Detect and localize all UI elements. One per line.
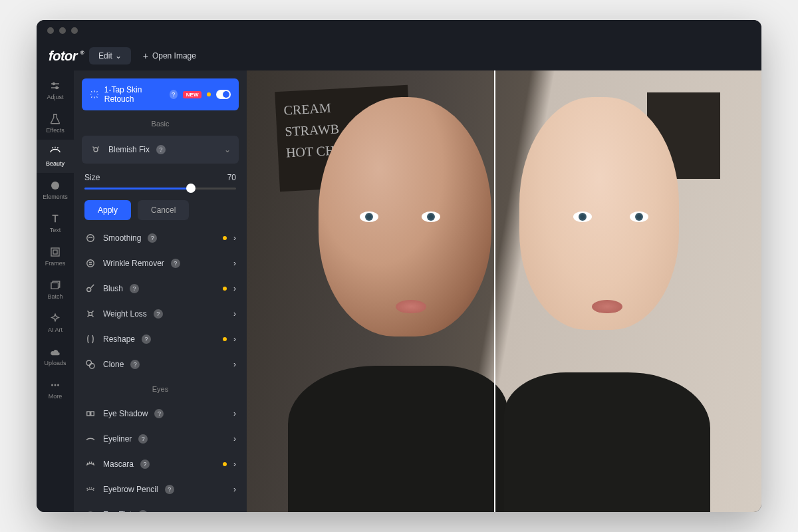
tool-clone[interactable]: Clone ? ›	[82, 352, 239, 377]
rail-adjust[interactable]: Adjust	[37, 73, 74, 106]
rail-uploads[interactable]: Uploads	[37, 339, 74, 372]
rail-effects[interactable]: Effects	[37, 106, 74, 140]
tool-label: Clone	[103, 360, 124, 369]
svg-point-22	[86, 360, 92, 366]
eye-tint-icon	[84, 509, 96, 512]
cancel-button[interactable]: Cancel	[138, 200, 189, 220]
help-icon[interactable]: ?	[130, 360, 140, 369]
rail-label: Text	[50, 227, 61, 233]
images-icon	[49, 279, 61, 291]
help-icon[interactable]: ?	[138, 434, 148, 444]
tool-label: Blush	[103, 284, 123, 293]
action-buttons: Apply Cancel	[82, 200, 239, 225]
beauty-panel: 1-Tap Skin Retouch ? NEW Basic Blemish F…	[74, 70, 247, 512]
rail-elements[interactable]: Elements	[37, 173, 74, 206]
tool-wrinkle-remover[interactable]: Wrinkle Remover ? ›	[82, 251, 239, 276]
rail-batch[interactable]: Batch	[37, 273, 74, 306]
help-icon[interactable]: ?	[154, 309, 163, 319]
canvas[interactable]: CREAM STRAWB HOT CH	[247, 70, 761, 512]
rail-aiart[interactable]: AI Art	[37, 306, 74, 339]
chevron-right-icon: ›	[233, 309, 236, 319]
help-icon[interactable]: ?	[148, 233, 157, 243]
app-window: fotor Edit ⌄ + Open Image Adjust Effects…	[37, 20, 761, 512]
chevron-right-icon: ›	[233, 485, 236, 494]
chevron-right-icon: ›	[233, 284, 236, 293]
open-image-button[interactable]: + Open Image	[143, 51, 196, 61]
banner-label: 1-Tap Skin Retouch	[104, 85, 164, 104]
section-eyes-header: Eyes	[82, 385, 239, 393]
help-icon[interactable]: ?	[138, 510, 148, 512]
help-icon[interactable]: ?	[165, 485, 174, 494]
blush-icon	[84, 283, 96, 295]
rail-frames[interactable]: Frames	[37, 239, 74, 273]
rail-label: Elements	[43, 194, 68, 200]
tool-blush[interactable]: Blush ? ›	[82, 276, 239, 301]
premium-dot-icon	[223, 287, 227, 291]
size-slider[interactable]	[84, 188, 236, 190]
premium-dot-icon	[207, 92, 210, 96]
rail-label: Frames	[45, 260, 66, 267]
edit-menu-button[interactable]: Edit ⌄	[89, 47, 131, 65]
shirt-prop	[288, 366, 507, 512]
svg-point-8	[51, 182, 59, 190]
chevron-right-icon: ›	[233, 259, 236, 268]
chevron-right-icon: ›	[233, 409, 236, 418]
rail-more[interactable]: More	[37, 372, 74, 406]
tool-eyebrow-pencil[interactable]: Eyebrow Pencil ? ›	[82, 477, 239, 502]
rail-text[interactable]: Text	[37, 206, 74, 239]
svg-line-5	[53, 147, 54, 148]
clone-icon	[84, 358, 96, 370]
tool-label: Mascara	[103, 460, 134, 469]
tool-label: Wrinkle Remover	[103, 259, 164, 268]
tool-label: Blemish Fix	[108, 145, 150, 154]
tool-eye-tint[interactable]: Eye Tint ? ›	[82, 502, 239, 512]
eye-shadow-icon	[84, 408, 96, 420]
compare-separator[interactable]	[494, 70, 495, 512]
retouch-toggle[interactable]	[216, 90, 231, 99]
help-icon[interactable]: ?	[156, 145, 166, 154]
tool-weight-loss[interactable]: Weight Loss ? ›	[82, 301, 239, 327]
rail-beauty[interactable]: Beauty	[37, 140, 74, 173]
chevron-right-icon: ›	[233, 510, 236, 512]
rail-label: Uploads	[44, 360, 66, 366]
tool-eyeliner[interactable]: Eyeliner ? ›	[82, 426, 239, 452]
svg-rect-24	[87, 412, 90, 416]
svg-point-16	[57, 384, 59, 386]
window-minimize-dot[interactable]	[59, 27, 66, 34]
eyeliner-icon	[84, 433, 96, 445]
help-icon[interactable]: ?	[170, 90, 178, 99]
svg-point-3	[56, 86, 58, 88]
text-icon	[49, 213, 61, 225]
window-maximize-dot[interactable]	[71, 27, 78, 34]
svg-point-15	[55, 384, 57, 386]
header: fotor Edit ⌄ + Open Image	[37, 41, 761, 70]
ai-icon	[49, 313, 61, 325]
window-close-dot[interactable]	[47, 27, 54, 34]
reshape-icon	[84, 333, 96, 345]
portrait-face-after	[519, 97, 679, 330]
apply-button[interactable]: Apply	[84, 200, 131, 220]
tool-smoothing[interactable]: Smoothing ? ›	[82, 225, 239, 251]
svg-rect-11	[51, 248, 59, 256]
workspace: Adjust Effects Beauty Elements Text Fram…	[37, 70, 761, 512]
chevron-right-icon: ›	[233, 460, 236, 469]
help-icon[interactable]: ?	[154, 409, 164, 418]
help-icon[interactable]: ?	[171, 259, 180, 268]
tool-reshape[interactable]: Reshape ? ›	[82, 327, 239, 352]
help-icon[interactable]: ?	[142, 334, 151, 344]
slider-thumb[interactable]	[186, 184, 196, 193]
help-icon[interactable]: ?	[130, 284, 139, 293]
sliders-icon	[49, 80, 61, 92]
skin-retouch-banner[interactable]: 1-Tap Skin Retouch ? NEW	[82, 78, 239, 110]
svg-rect-25	[91, 412, 94, 416]
tool-label: Eyebrow Pencil	[103, 485, 158, 494]
help-icon[interactable]: ?	[140, 460, 150, 469]
titlebar	[37, 20, 761, 41]
svg-rect-13	[51, 283, 59, 289]
tool-mascara[interactable]: Mascara ? ›	[82, 452, 239, 477]
svg-rect-21	[89, 313, 92, 316]
tool-eye-shadow[interactable]: Eye Shadow ? ›	[82, 401, 239, 426]
star-icon	[49, 180, 61, 192]
blemish-fix-expanded: Blemish Fix ? ⌄	[82, 136, 239, 164]
blemish-fix-header[interactable]: Blemish Fix ? ⌄	[90, 144, 231, 156]
